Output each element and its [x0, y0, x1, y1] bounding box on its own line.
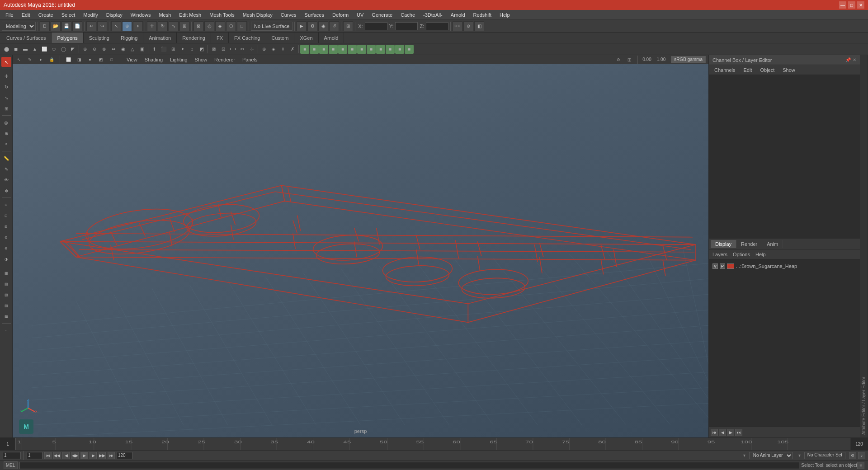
color12-icon-btn[interactable]: ■: [405, 45, 414, 54]
maximize-button[interactable]: □: [848, 1, 855, 9]
mel-label[interactable]: MEL: [4, 461, 18, 469]
render-button[interactable]: ▶: [297, 21, 307, 31]
custom-tool-5-left[interactable]: ▩: [1, 311, 11, 321]
x-input[interactable]: [365, 22, 387, 30]
menu-mesh-tools[interactable]: Mesh Tools: [206, 10, 238, 19]
menu-mesh[interactable]: Mesh: [155, 10, 175, 19]
close-button[interactable]: ✕: [857, 1, 864, 9]
vp-menu-panels[interactable]: Panels: [241, 57, 259, 62]
menu-help[interactable]: Help: [496, 10, 514, 19]
timeline-start-frame[interactable]: [0, 438, 16, 450]
color11-icon-btn[interactable]: ■: [395, 45, 404, 54]
rotate-tool-button[interactable]: ↻: [158, 21, 168, 31]
plane-icon-btn[interactable]: ⬜: [40, 45, 49, 54]
object-button[interactable]: ◧: [474, 21, 484, 31]
split-icon-btn[interactable]: ✂: [238, 45, 247, 54]
custom-tool-1-left[interactable]: ▦: [1, 268, 11, 278]
wedge-icon-btn[interactable]: ⌂: [188, 45, 197, 54]
menu-deform[interactable]: Deform: [329, 10, 352, 19]
custom-tool-4-left[interactable]: ▨: [1, 301, 11, 310]
display-render-button[interactable]: ◉: [318, 21, 328, 31]
color9-icon-btn[interactable]: ■: [376, 45, 385, 54]
ipr-button[interactable]: ⚙: [307, 21, 317, 31]
layer-next2-btn[interactable]: ⏭: [735, 429, 742, 436]
menu-create[interactable]: Create: [35, 10, 57, 19]
color6-icon-btn[interactable]: ■: [348, 45, 357, 54]
triangulate-icon-btn[interactable]: △: [128, 45, 137, 54]
gamma-button[interactable]: sRGB gamma: [671, 56, 706, 63]
color5-icon-btn[interactable]: ■: [338, 45, 347, 54]
fill-icon-btn[interactable]: ⊞: [169, 45, 178, 54]
vp-bbox-btn[interactable]: □: [108, 56, 115, 63]
menu-edit[interactable]: Edit: [18, 10, 34, 19]
select-tool-button[interactable]: ↖: [111, 21, 121, 31]
vp-stereo-btn[interactable]: ⊙: [615, 56, 622, 63]
tab-object[interactable]: Object: [756, 66, 778, 74]
tab-arnold[interactable]: Arnold: [319, 33, 344, 43]
extra-tool-1-left[interactable]: ⊕: [1, 200, 11, 210]
vp-menu-view[interactable]: View: [125, 57, 139, 62]
annotate-left[interactable]: ✎: [1, 164, 11, 174]
extra-tool-3-left[interactable]: ⊠: [1, 221, 11, 231]
snap-surface-button[interactable]: ⬡: [226, 21, 236, 31]
menu-cache[interactable]: Cache: [397, 10, 419, 19]
tab-anim[interactable]: Anim: [762, 240, 783, 248]
range-end-input[interactable]: [117, 452, 132, 459]
color4-icon-btn[interactable]: ■: [329, 45, 338, 54]
tab-edit[interactable]: Edit: [740, 66, 755, 74]
menu-windows[interactable]: Windows: [127, 10, 155, 19]
color7-icon-btn[interactable]: ■: [357, 45, 366, 54]
grid-toggle-button[interactable]: ⊞: [343, 21, 353, 31]
soft-select-left[interactable]: ◎: [1, 118, 11, 127]
color2-icon-btn[interactable]: ■: [310, 45, 319, 54]
cone-icon-btn[interactable]: ▲: [30, 45, 39, 54]
tab-curves-surfaces[interactable]: Curves / Surfaces: [1, 33, 52, 43]
timeline-end-frame[interactable]: [850, 438, 868, 450]
vp-key-btn[interactable]: ♦: [37, 56, 44, 63]
bridge-icon-btn[interactable]: ⬛: [159, 45, 168, 54]
current-frame-input[interactable]: [3, 452, 21, 459]
menu-edit-mesh[interactable]: Edit Mesh: [175, 10, 205, 19]
range-start-input[interactable]: [27, 452, 42, 459]
select-tool-2-button[interactable]: ⊕: [122, 21, 132, 31]
y-input[interactable]: [395, 22, 418, 30]
undo-button[interactable]: ↩: [86, 21, 96, 31]
menu-surfaces[interactable]: Surfaces: [301, 10, 328, 19]
menu-mesh-display[interactable]: Mesh Display: [239, 10, 276, 19]
layer-color-swatch[interactable]: [727, 263, 734, 269]
save-scene-as-button[interactable]: 📄: [72, 21, 82, 31]
weld-icon-btn[interactable]: ◈: [269, 45, 278, 54]
color3-icon-btn[interactable]: ■: [319, 45, 328, 54]
menu-curves[interactable]: Curves: [277, 10, 300, 19]
color10-icon-btn[interactable]: ■: [386, 45, 395, 54]
tab-xgen[interactable]: XGen: [294, 33, 318, 43]
scale-tool-left[interactable]: ⤡: [1, 93, 11, 103]
universal-manip-button[interactable]: ⊞: [179, 21, 189, 31]
tab-layers[interactable]: Layers: [711, 252, 729, 257]
next-key-btn[interactable]: ▶▶: [99, 452, 106, 459]
anim-layer-dropdown[interactable]: No Anim Layer: [749, 452, 793, 459]
quad-icon-btn[interactable]: ▣: [137, 45, 146, 54]
no-live-surface-button[interactable]: No Live Surface: [251, 22, 292, 31]
vp-smooth-btn[interactable]: ●: [86, 56, 94, 63]
menu-display[interactable]: Display: [103, 10, 126, 19]
poke-icon-btn[interactable]: ✦: [178, 45, 187, 54]
move-tool-button[interactable]: ✛: [147, 21, 157, 31]
open-scene-button[interactable]: 📂: [51, 21, 61, 31]
extra-tool-2-left[interactable]: ⊡: [1, 211, 11, 221]
prev-frame-btn[interactable]: ◀: [62, 452, 70, 459]
new-scene-button[interactable]: 🗋: [40, 21, 50, 31]
tab-polygons[interactable]: Polygons: [52, 33, 83, 43]
show-hide-left[interactable]: 👁: [1, 175, 11, 185]
universal-tool-left[interactable]: ⊞: [1, 103, 11, 113]
vp-lock-btn[interactable]: 🔒: [48, 56, 55, 63]
3d-viewport[interactable]: persp X Y Z M: [13, 64, 708, 437]
bevel-icon-btn[interactable]: ◩: [197, 45, 206, 54]
edge-ring-icon-btn[interactable]: ⊡: [219, 45, 228, 54]
freeze-left[interactable]: ❄: [1, 186, 11, 196]
tab-sculpting[interactable]: Sculpting: [84, 33, 115, 43]
timeline-ruler[interactable]: 1 5 10 15 20 25 30 35 40 45 50: [16, 438, 850, 450]
script-editor-btn[interactable]: ≡: [857, 462, 864, 469]
menu-generate[interactable]: Generate: [368, 10, 396, 19]
cube-icon-btn[interactable]: ◼: [11, 45, 20, 54]
